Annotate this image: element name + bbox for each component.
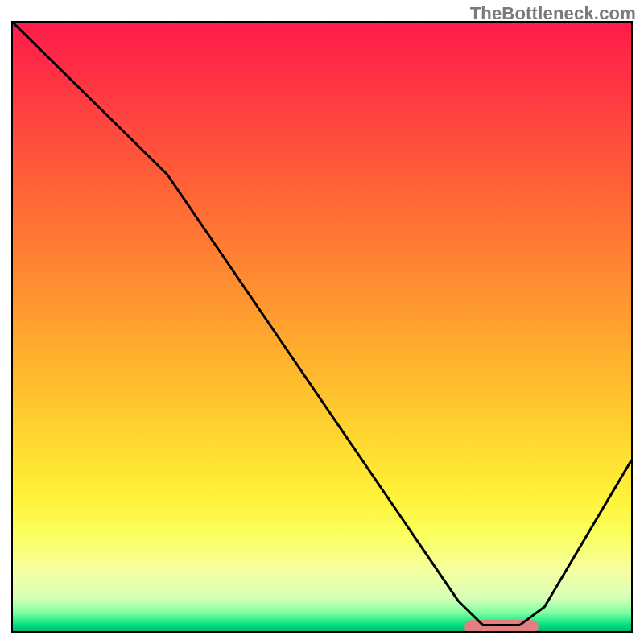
watermark-text: TheBottleneck.com bbox=[470, 3, 636, 24]
bottleneck-curve bbox=[13, 23, 631, 625]
chart-line-layer bbox=[13, 23, 631, 631]
chart-plot-area bbox=[11, 21, 633, 633]
